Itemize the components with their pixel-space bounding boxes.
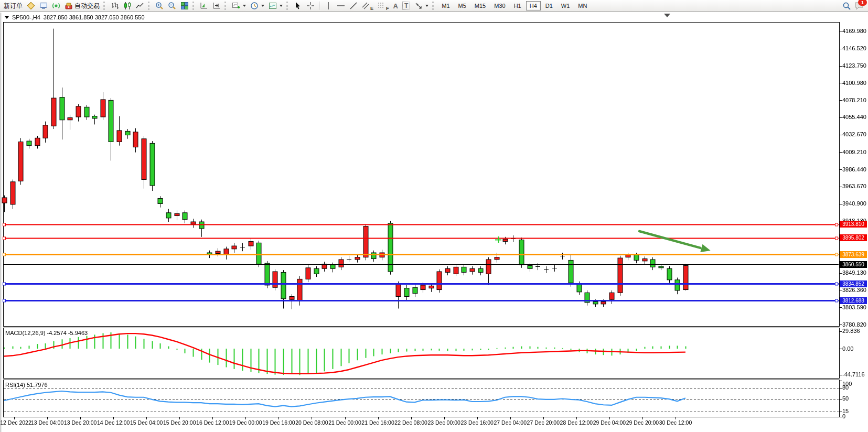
crosshair-button[interactable] — [304, 1, 317, 11]
date-label: 22 Dec 08:00 — [394, 419, 427, 426]
timeframe-button-H4[interactable]: H4 — [526, 1, 541, 10]
candlestick-chart-icon — [123, 2, 132, 10]
cursor-icon — [294, 2, 302, 10]
chevron-down-icon — [243, 5, 246, 7]
text-tool[interactable]: A — [391, 1, 400, 11]
price-tick-label: 4169.980 — [842, 28, 866, 35]
price-tick-label: 4055.440 — [842, 114, 866, 121]
hline-price-label[interactable]: 3873.639 — [840, 251, 867, 258]
trendline-tool[interactable] — [347, 1, 360, 11]
date-label: 27 Dec 20:00 — [527, 419, 560, 426]
zoom-in-button[interactable] — [153, 1, 166, 11]
date-label: 15 Dec 20:00 — [163, 419, 196, 426]
date-label: 30 Dec 12:00 — [659, 419, 692, 426]
terminal-button[interactable] — [37, 1, 50, 11]
date-label: 29 Dec 04:00 — [593, 419, 626, 426]
fibonacci-tool[interactable]: F — [376, 1, 391, 11]
date-label: 19 Dec 00:00 — [229, 419, 262, 426]
date-label: 23 Dec 00:00 — [427, 419, 460, 426]
cursor-button[interactable] — [292, 1, 304, 11]
timeframe-bar: M1M5M15M30H1H4D1W1MN — [437, 1, 591, 10]
date-label: 12 Dec 2022 — [0, 419, 31, 426]
hline-price-label[interactable]: 3812.688 — [840, 297, 867, 304]
new-order-label: 新订单 — [4, 2, 23, 10]
price-tick-label: 4032.670 — [842, 131, 866, 138]
indicators-button[interactable] — [230, 1, 248, 11]
shapes-icon — [414, 2, 423, 10]
new-order-button[interactable]: 新订单 — [2, 1, 25, 11]
chevron-down-icon — [425, 5, 428, 7]
date-label: 14 Dec 12:00 — [97, 419, 130, 426]
channel-icon — [362, 2, 370, 10]
price-tick-label: 4123.750 — [842, 62, 866, 69]
timeframe-button-M15[interactable]: M15 — [471, 1, 489, 10]
templates-button[interactable] — [266, 1, 285, 11]
channel-tool[interactable]: E — [360, 1, 376, 11]
timeframe-button-W1[interactable]: W1 — [558, 1, 574, 10]
chart-window: SP500-,H4 3827.850 3861.850 3827.050 386… — [0, 13, 868, 432]
price-tick-label: 3849.130 — [842, 269, 866, 276]
indicators-icon — [232, 2, 240, 10]
toolbar-separator — [148, 2, 152, 10]
price-tick-label: 4078.210 — [842, 97, 866, 104]
terminal-icon — [39, 2, 48, 10]
timeframe-button-MN[interactable]: MN — [574, 1, 591, 10]
zoom-out-icon — [168, 2, 176, 10]
toolbar: 新订单 自动交易 — [0, 0, 868, 12]
vertical-line-tool[interactable] — [322, 1, 335, 11]
macd-tick-label: 0.00 — [842, 345, 853, 352]
timeframe-button-M1[interactable]: M1 — [438, 1, 453, 10]
bar-chart-button[interactable] — [109, 1, 121, 11]
periods-button[interactable] — [248, 1, 266, 11]
auto-scroll-button[interactable] — [198, 1, 210, 11]
hline-price-label[interactable]: 3895.802 — [840, 234, 867, 241]
layouts-button[interactable] — [25, 1, 37, 11]
zoom-in-icon — [155, 2, 164, 10]
toolbar-separator — [319, 2, 320, 10]
date-label: 23 Dec 16:00 — [460, 419, 493, 426]
chart-shift-button[interactable] — [210, 1, 223, 11]
hline-price-label[interactable]: 3913.810 — [840, 221, 867, 228]
price-tick-label: 4100.980 — [842, 80, 866, 87]
date-label: 21 Dec 00:00 — [328, 419, 361, 426]
price-tick-label: 3963.670 — [842, 183, 866, 190]
macd-tick-label: 29.836 — [842, 328, 860, 334]
line-chart-button[interactable] — [134, 1, 146, 11]
chevron-down-icon — [280, 5, 283, 7]
price-tick-label: 4146.520 — [842, 45, 866, 52]
price-tick-label: 3780.820 — [842, 321, 866, 328]
toolbar-separator — [192, 2, 196, 10]
toolbar-separator — [286, 2, 290, 10]
bar-chart-icon — [111, 2, 119, 10]
timeframe-button-M30[interactable]: M30 — [490, 1, 509, 10]
zoom-out-button[interactable] — [166, 1, 178, 11]
macd-tick-label: -44.7116 — [842, 371, 865, 378]
label-tool[interactable]: T — [400, 1, 412, 11]
horizontal-line-tool[interactable] — [335, 1, 347, 11]
timeframe-button-D1[interactable]: D1 — [542, 1, 556, 10]
tile-windows-button[interactable] — [178, 1, 191, 11]
quote-ohlc-label: 3827.850 3861.850 3827.050 3860.550 — [44, 14, 145, 20]
symbol-period-label: SP500-,H4 — [12, 14, 40, 20]
signal-icon — [52, 2, 60, 10]
autotrade-icon — [65, 2, 73, 10]
signal-button[interactable] — [50, 1, 62, 11]
auto-trading-label: 自动交易 — [74, 2, 100, 10]
toolbar-separator — [103, 2, 107, 10]
shapes-tool[interactable] — [412, 1, 431, 11]
rsi-tick-label: 50 — [842, 395, 849, 402]
auto-trading-button[interactable]: 自动交易 — [62, 1, 102, 11]
price-chart-canvas[interactable] — [0, 13, 868, 432]
trendline-icon — [349, 2, 358, 10]
timeframe-button-H1[interactable]: H1 — [510, 1, 525, 10]
notifications-button[interactable]: 1 — [854, 2, 864, 10]
symbol-dropdown-icon[interactable] — [5, 16, 9, 19]
date-label: 13 Dec 20:00 — [64, 419, 97, 426]
search-icon[interactable] — [842, 2, 851, 10]
templates-icon — [269, 2, 277, 10]
hline-price-label[interactable]: 3834.852 — [840, 280, 867, 287]
date-label: 16 Dec 12:00 — [196, 419, 229, 426]
candlestick-chart-button[interactable] — [121, 1, 134, 11]
date-label: 27 Dec 04:00 — [494, 419, 527, 426]
timeframe-button-M5[interactable]: M5 — [455, 1, 470, 10]
